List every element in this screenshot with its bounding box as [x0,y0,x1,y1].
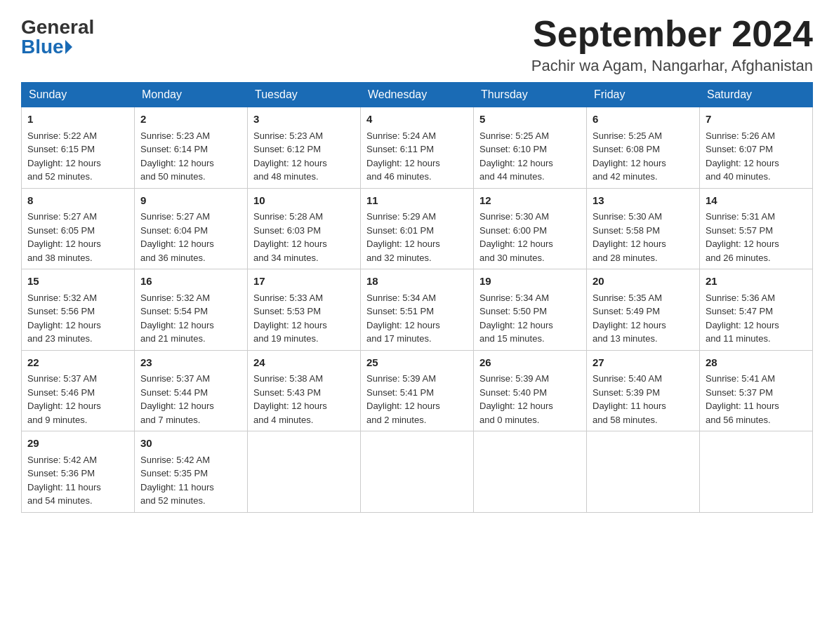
page-header: General Blue September 2024 Pachir wa Ag… [21,14,813,75]
calendar-cell: 1Sunrise: 5:22 AMSunset: 6:15 PMDaylight… [22,107,135,189]
day-number: 9 [140,193,241,209]
calendar-cell: 29Sunrise: 5:42 AMSunset: 5:36 PMDayligh… [22,431,135,513]
cell-info: Sunrise: 5:26 AMSunset: 6:07 PMDaylight:… [706,130,779,182]
cell-info: Sunrise: 5:40 AMSunset: 5:39 PMDaylight:… [593,373,666,425]
cell-content: 8Sunrise: 5:27 AMSunset: 6:05 PMDaylight… [27,193,128,265]
cell-content: 27Sunrise: 5:40 AMSunset: 5:39 PMDayligh… [593,355,694,427]
calendar-cell: 7Sunrise: 5:26 AMSunset: 6:07 PMDaylight… [700,107,813,189]
cell-content: 1Sunrise: 5:22 AMSunset: 6:15 PMDaylight… [27,112,128,184]
cell-content: 11Sunrise: 5:29 AMSunset: 6:01 PMDayligh… [366,193,468,265]
day-number: 29 [27,436,128,452]
cell-content: 18Sunrise: 5:34 AMSunset: 5:51 PMDayligh… [366,274,468,346]
weekday-header-monday: Monday [135,83,248,107]
cell-content: 10Sunrise: 5:28 AMSunset: 6:03 PMDayligh… [253,193,355,265]
logo-blue-text: Blue [21,37,74,57]
calendar-week-row: 1Sunrise: 5:22 AMSunset: 6:15 PMDaylight… [22,107,813,189]
cell-content: 25Sunrise: 5:39 AMSunset: 5:41 PMDayligh… [366,355,468,427]
cell-info: Sunrise: 5:38 AMSunset: 5:43 PMDaylight:… [253,373,327,425]
calendar-cell [248,431,361,513]
day-number: 30 [140,436,241,452]
calendar-cell: 13Sunrise: 5:30 AMSunset: 5:58 PMDayligh… [587,188,700,269]
calendar-cell: 8Sunrise: 5:27 AMSunset: 6:05 PMDaylight… [22,188,135,269]
day-number: 21 [706,274,807,290]
cell-content: 2Sunrise: 5:23 AMSunset: 6:14 PMDaylight… [140,112,241,184]
cell-info: Sunrise: 5:27 AMSunset: 6:04 PMDaylight:… [140,211,214,263]
day-number: 28 [706,355,807,371]
cell-info: Sunrise: 5:23 AMSunset: 6:12 PMDaylight:… [253,130,327,182]
calendar-week-row: 15Sunrise: 5:32 AMSunset: 5:56 PMDayligh… [22,269,813,351]
day-number: 25 [366,355,468,371]
day-number: 8 [27,193,128,209]
logo: General Blue [21,14,94,57]
calendar-cell [700,431,813,513]
calendar-cell: 16Sunrise: 5:32 AMSunset: 5:54 PMDayligh… [135,269,248,351]
cell-info: Sunrise: 5:42 AMSunset: 5:36 PMDaylight:… [27,455,101,507]
calendar-cell: 20Sunrise: 5:35 AMSunset: 5:49 PMDayligh… [587,269,700,351]
cell-content: 12Sunrise: 5:30 AMSunset: 6:00 PMDayligh… [479,193,581,265]
cell-info: Sunrise: 5:41 AMSunset: 5:37 PMDaylight:… [706,373,779,425]
calendar-cell [361,431,474,513]
calendar-week-row: 22Sunrise: 5:37 AMSunset: 5:46 PMDayligh… [22,350,813,431]
day-number: 1 [27,112,128,128]
cell-info: Sunrise: 5:24 AMSunset: 6:11 PMDaylight:… [366,130,440,182]
cell-content: 29Sunrise: 5:42 AMSunset: 5:36 PMDayligh… [27,436,128,508]
cell-content: 6Sunrise: 5:25 AMSunset: 6:08 PMDaylight… [593,112,694,184]
cell-info: Sunrise: 5:30 AMSunset: 5:58 PMDaylight:… [593,211,666,263]
day-number: 19 [479,274,581,290]
calendar-cell [474,431,587,513]
weekday-header-thursday: Thursday [474,83,587,107]
cell-content: 23Sunrise: 5:37 AMSunset: 5:44 PMDayligh… [140,355,241,427]
cell-info: Sunrise: 5:31 AMSunset: 5:57 PMDaylight:… [706,211,779,263]
cell-content: 26Sunrise: 5:39 AMSunset: 5:40 PMDayligh… [479,355,581,427]
calendar-cell: 3Sunrise: 5:23 AMSunset: 6:12 PMDaylight… [248,107,361,189]
cell-content: 28Sunrise: 5:41 AMSunset: 5:37 PMDayligh… [706,355,807,427]
cell-info: Sunrise: 5:33 AMSunset: 5:53 PMDaylight:… [253,293,327,344]
weekday-header-friday: Friday [587,83,700,107]
cell-content: 30Sunrise: 5:42 AMSunset: 5:35 PMDayligh… [140,436,241,508]
calendar-cell: 11Sunrise: 5:29 AMSunset: 6:01 PMDayligh… [361,188,474,269]
day-number: 15 [27,274,128,290]
cell-info: Sunrise: 5:32 AMSunset: 5:56 PMDaylight:… [27,293,101,344]
calendar-cell: 24Sunrise: 5:38 AMSunset: 5:43 PMDayligh… [248,350,361,431]
calendar-cell: 22Sunrise: 5:37 AMSunset: 5:46 PMDayligh… [22,350,135,431]
cell-content: 22Sunrise: 5:37 AMSunset: 5:46 PMDayligh… [27,355,128,427]
cell-info: Sunrise: 5:39 AMSunset: 5:41 PMDaylight:… [366,373,440,425]
calendar-title: September 2024 [531,14,813,54]
day-number: 13 [593,193,694,209]
cell-info: Sunrise: 5:39 AMSunset: 5:40 PMDaylight:… [479,373,553,425]
day-number: 23 [140,355,241,371]
day-number: 5 [479,112,581,128]
logo-general-text: General [21,18,94,37]
cell-info: Sunrise: 5:34 AMSunset: 5:50 PMDaylight:… [479,293,553,344]
day-number: 16 [140,274,241,290]
calendar-cell: 17Sunrise: 5:33 AMSunset: 5:53 PMDayligh… [248,269,361,351]
calendar-cell: 18Sunrise: 5:34 AMSunset: 5:51 PMDayligh… [361,269,474,351]
calendar-week-row: 29Sunrise: 5:42 AMSunset: 5:36 PMDayligh… [22,431,813,513]
calendar-cell: 9Sunrise: 5:27 AMSunset: 6:04 PMDaylight… [135,188,248,269]
calendar-cell: 14Sunrise: 5:31 AMSunset: 5:57 PMDayligh… [700,188,813,269]
calendar-cell: 2Sunrise: 5:23 AMSunset: 6:14 PMDaylight… [135,107,248,189]
cell-info: Sunrise: 5:36 AMSunset: 5:47 PMDaylight:… [706,293,779,344]
cell-content: 16Sunrise: 5:32 AMSunset: 5:54 PMDayligh… [140,274,241,346]
cell-content: 19Sunrise: 5:34 AMSunset: 5:50 PMDayligh… [479,274,581,346]
day-number: 26 [479,355,581,371]
cell-info: Sunrise: 5:35 AMSunset: 5:49 PMDaylight:… [593,293,666,344]
cell-content: 24Sunrise: 5:38 AMSunset: 5:43 PMDayligh… [253,355,355,427]
cell-content: 21Sunrise: 5:36 AMSunset: 5:47 PMDayligh… [706,274,807,346]
cell-content: 13Sunrise: 5:30 AMSunset: 5:58 PMDayligh… [593,193,694,265]
calendar-cell: 26Sunrise: 5:39 AMSunset: 5:40 PMDayligh… [474,350,587,431]
day-number: 27 [593,355,694,371]
cell-content: 3Sunrise: 5:23 AMSunset: 6:12 PMDaylight… [253,112,355,184]
cell-info: Sunrise: 5:25 AMSunset: 6:08 PMDaylight:… [593,130,666,182]
calendar-cell [587,431,700,513]
cell-info: Sunrise: 5:23 AMSunset: 6:14 PMDaylight:… [140,130,214,182]
cell-content: 17Sunrise: 5:33 AMSunset: 5:53 PMDayligh… [253,274,355,346]
cell-content: 20Sunrise: 5:35 AMSunset: 5:49 PMDayligh… [593,274,694,346]
calendar-cell: 10Sunrise: 5:28 AMSunset: 6:03 PMDayligh… [248,188,361,269]
day-number: 14 [706,193,807,209]
weekday-header-sunday: Sunday [22,83,135,107]
cell-content: 14Sunrise: 5:31 AMSunset: 5:57 PMDayligh… [706,193,807,265]
day-number: 7 [706,112,807,128]
calendar-table: SundayMondayTuesdayWednesdayThursdayFrid… [21,82,813,513]
calendar-week-row: 8Sunrise: 5:27 AMSunset: 6:05 PMDaylight… [22,188,813,269]
